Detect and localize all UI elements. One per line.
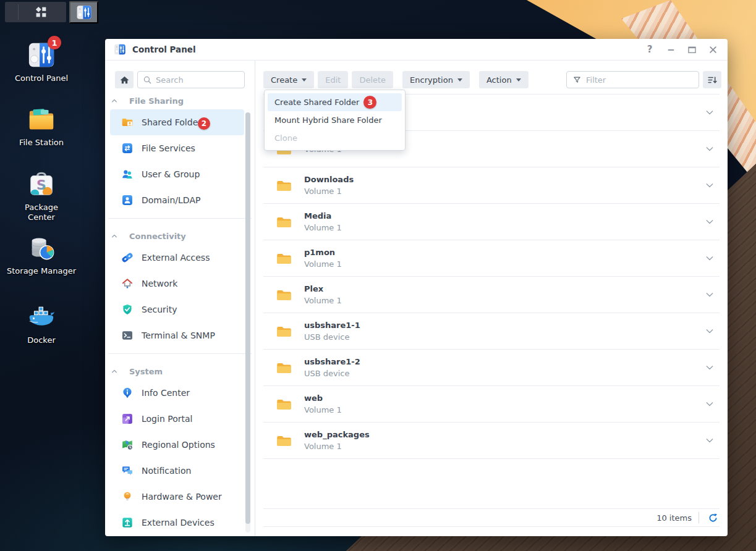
folder-location: Volume 1 xyxy=(304,259,342,270)
close-button[interactable] xyxy=(706,43,720,56)
sidebar-item-regional-options[interactable]: Regional Options xyxy=(110,432,244,458)
sidebar-scrollbar[interactable] xyxy=(245,112,250,532)
expand-row-button[interactable] xyxy=(703,398,716,410)
expand-row-button[interactable] xyxy=(703,361,716,374)
folder-row-plex[interactable]: Plex Volume 1 xyxy=(263,277,720,313)
expand-row-button[interactable] xyxy=(703,179,716,191)
sidebar-item-external-access[interactable]: External Access xyxy=(110,245,244,271)
sidebar-item-terminal-snmp[interactable]: Terminal & SNMP xyxy=(110,322,244,348)
file-station-icon xyxy=(27,105,56,133)
desktop-icon-label: Storage Manager xyxy=(4,266,79,276)
edit-button[interactable]: Edit xyxy=(318,71,348,88)
minimize-button[interactable] xyxy=(664,43,677,56)
sidebar-item-security[interactable]: Security xyxy=(110,297,244,322)
login-portal-icon xyxy=(121,413,134,425)
folder-row-usbshare1-1[interactable]: usbshare1-1 USB device xyxy=(263,313,720,350)
window-titlebar[interactable]: Control Panel ? xyxy=(105,39,728,61)
section-header-system[interactable]: System xyxy=(105,363,255,380)
home-button[interactable] xyxy=(115,71,134,88)
desktop-icon-control-panel[interactable]: 1 Control Panel xyxy=(11,41,72,83)
menu-item-label: Clone xyxy=(274,133,297,143)
menu-item-create-shared-folder[interactable]: Create Shared Folder 3 xyxy=(268,93,402,111)
filter-input[interactable] xyxy=(586,75,693,85)
sidebar-item-network[interactable]: Network xyxy=(110,271,244,297)
control-panel-icon xyxy=(76,4,92,20)
sidebar-item-shared-folder[interactable]: Shared Folder 2 xyxy=(110,109,244,135)
sidebar-item-notification[interactable]: Notification xyxy=(110,458,244,484)
scrollbar-thumb[interactable] xyxy=(245,112,250,524)
package-center-icon: S xyxy=(27,170,56,198)
refresh-icon xyxy=(708,513,718,523)
sidebar-item-hardware-power[interactable]: Hardware & Power xyxy=(110,484,244,510)
sidebar-item-file-services[interactable]: File Services xyxy=(110,135,244,161)
taskbar-separator xyxy=(18,4,19,20)
chevron-down-icon xyxy=(703,325,716,337)
folder-row-web[interactable]: web Volume 1 xyxy=(263,386,720,423)
folder-row-media[interactable]: Media Volume 1 xyxy=(263,204,720,240)
folder-name: web xyxy=(304,393,342,403)
sidebar-item-label: Login Portal xyxy=(142,414,192,424)
sidebar-item-login-portal[interactable]: Login Portal xyxy=(110,406,244,432)
main-menu-icon[interactable] xyxy=(35,6,48,19)
search-input[interactable] xyxy=(156,75,239,85)
caret-down-icon xyxy=(457,78,462,82)
toolbar: Create Edit Delete Encryption Action xyxy=(263,71,721,88)
status-separator xyxy=(699,512,699,523)
desktop-icon-storage-manager[interactable]: Storage Manager xyxy=(11,233,72,276)
desktop-icon-label: File Station xyxy=(11,138,72,148)
expand-row-button[interactable] xyxy=(703,288,716,301)
expand-row-button[interactable] xyxy=(703,106,716,119)
chevron-down-icon xyxy=(703,143,716,155)
sidebar-item-external-devices[interactable]: External Devices xyxy=(110,510,244,536)
sidebar-item-info-center[interactable]: Info Center xyxy=(110,380,244,406)
sidebar-item-user-group[interactable]: User & Group xyxy=(110,161,244,187)
expand-row-button[interactable] xyxy=(703,216,716,228)
folder-name: usbshare1-2 xyxy=(304,356,360,367)
expand-row-button[interactable] xyxy=(703,434,716,447)
menu-item-mount-hybrid-share-folder[interactable]: Mount Hybrid Share Folder xyxy=(268,111,402,129)
menu-item-clone[interactable]: Clone xyxy=(268,129,402,147)
create-button[interactable]: Create xyxy=(263,71,314,88)
folder-name: Media xyxy=(304,211,342,221)
encryption-button[interactable]: Encryption xyxy=(402,71,470,88)
desktop-icon-file-station[interactable]: File Station xyxy=(11,105,72,148)
chevron-down-icon xyxy=(703,398,716,410)
folder-row-p1mon[interactable]: p1mon Volume 1 xyxy=(263,240,720,277)
notification-badge: 3 xyxy=(363,96,376,109)
folder-name: Plex xyxy=(304,284,342,294)
hardware-power-icon xyxy=(121,490,134,503)
search-icon xyxy=(143,75,152,85)
filter-field[interactable] xyxy=(566,71,699,88)
folder-row-web-packages[interactable]: web_packages Volume 1 xyxy=(263,423,720,459)
folder-name: Downloads xyxy=(304,174,354,185)
action-button[interactable]: Action xyxy=(479,71,529,88)
desktop-icon-package-center[interactable]: S Package Center xyxy=(11,170,72,222)
sidebar-item-label: Regional Options xyxy=(142,440,215,450)
folder-row-usbshare1-2[interactable]: usbshare1-2 USB device xyxy=(263,350,720,386)
maximize-button[interactable] xyxy=(685,43,699,56)
folder-location: Volume 1 xyxy=(304,222,342,233)
folder-row-downloads[interactable]: Downloads Volume 1 xyxy=(263,167,720,204)
section-header-connectivity[interactable]: Connectivity xyxy=(105,227,255,245)
delete-button[interactable]: Delete xyxy=(352,71,393,88)
refresh-button[interactable] xyxy=(706,511,720,524)
connectivity-items: External Access Network Security Termina… xyxy=(105,245,255,348)
folder-name: usbshare1-1 xyxy=(304,320,360,330)
expand-row-button[interactable] xyxy=(703,325,716,337)
desktop-icon-docker[interactable]: Docker xyxy=(11,303,72,345)
sort-button[interactable] xyxy=(703,71,721,88)
expand-row-button[interactable] xyxy=(703,252,716,264)
expand-row-button[interactable] xyxy=(703,143,716,155)
taskbar-control-panel-button[interactable] xyxy=(69,1,98,23)
sidebar-item-label: External Access xyxy=(142,253,210,263)
section-header-file-sharing[interactable]: File Sharing xyxy=(105,92,255,109)
sidebar-item-domain-ldap[interactable]: Domain/LDAP xyxy=(110,187,244,213)
user-group-icon xyxy=(121,168,134,180)
network-icon xyxy=(121,277,134,290)
folder-location: Volume 1 xyxy=(304,295,342,306)
sidebar-item-label: Info Center xyxy=(142,388,190,398)
folder-location: USB device xyxy=(304,332,360,343)
help-button[interactable]: ? xyxy=(643,43,656,56)
desktop-icon-label: Package Center xyxy=(19,203,64,222)
sidebar-search[interactable] xyxy=(137,71,245,88)
